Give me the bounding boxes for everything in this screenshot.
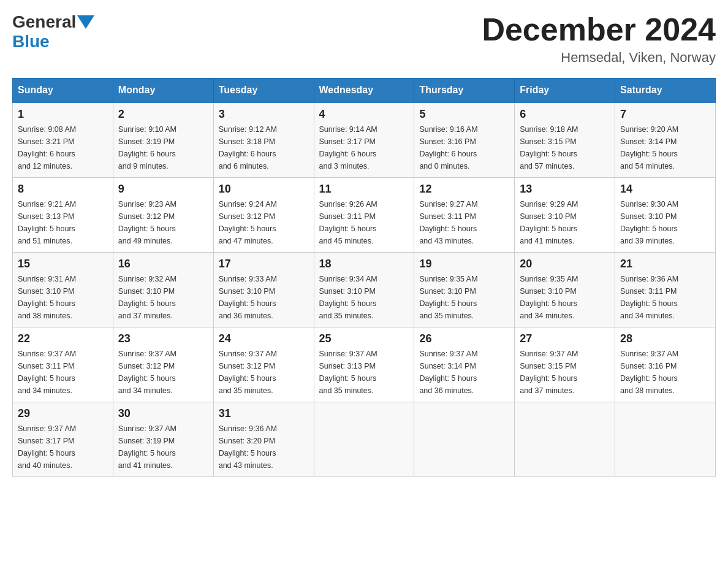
weekday-header-row: SundayMondayTuesdayWednesdayThursdayFrid…	[13, 79, 716, 103]
day-number: 18	[319, 258, 409, 270]
calendar-cell: 26Sunrise: 9:37 AMSunset: 3:14 PMDayligh…	[414, 327, 515, 402]
title-section: December 2024 Hemsedal, Viken, Norway	[482, 12, 716, 66]
day-number: 4	[319, 108, 409, 121]
weekday-header-saturday: Saturday	[615, 79, 716, 103]
day-number: 10	[219, 183, 309, 196]
calendar-cell: 24Sunrise: 9:37 AMSunset: 3:12 PMDayligh…	[213, 327, 314, 402]
calendar-cell: 13Sunrise: 9:29 AMSunset: 3:10 PMDayligh…	[515, 178, 615, 253]
day-info: Sunrise: 9:32 AMSunset: 3:10 PMDaylight:…	[118, 273, 208, 322]
logo: General Blue	[12, 12, 96, 52]
calendar-header: SundayMondayTuesdayWednesdayThursdayFrid…	[13, 79, 716, 103]
day-number: 6	[520, 108, 610, 121]
calendar-week-row: 8Sunrise: 9:21 AMSunset: 3:13 PMDaylight…	[13, 178, 716, 253]
logo-blue-text: Blue	[12, 32, 50, 51]
calendar-cell: 6Sunrise: 9:18 AMSunset: 3:15 PMDaylight…	[515, 102, 615, 178]
calendar-cell: 27Sunrise: 9:37 AMSunset: 3:15 PMDayligh…	[515, 327, 615, 402]
day-number: 20	[520, 258, 610, 270]
day-info: Sunrise: 9:18 AMSunset: 3:15 PMDaylight:…	[520, 123, 610, 172]
logo-general-text: General	[12, 12, 76, 32]
day-number: 7	[620, 108, 710, 121]
calendar-cell: 9Sunrise: 9:23 AMSunset: 3:12 PMDaylight…	[113, 178, 213, 253]
day-number: 30	[118, 407, 208, 420]
calendar-cell: 5Sunrise: 9:16 AMSunset: 3:16 PMDaylight…	[414, 102, 515, 178]
day-number: 19	[419, 258, 509, 270]
calendar-cell: 16Sunrise: 9:32 AMSunset: 3:10 PMDayligh…	[113, 253, 213, 327]
day-number: 29	[18, 407, 108, 420]
day-number: 15	[18, 258, 108, 270]
day-number: 23	[118, 332, 208, 345]
day-info: Sunrise: 9:29 AMSunset: 3:10 PMDaylight:…	[520, 198, 610, 247]
calendar-cell	[414, 402, 515, 477]
calendar-cell: 18Sunrise: 9:34 AMSunset: 3:10 PMDayligh…	[314, 253, 414, 327]
day-number: 31	[219, 407, 309, 420]
calendar-week-row: 1Sunrise: 9:08 AMSunset: 3:21 PMDaylight…	[13, 102, 716, 178]
day-number: 9	[118, 183, 208, 196]
day-info: Sunrise: 9:08 AMSunset: 3:21 PMDaylight:…	[18, 123, 108, 172]
weekday-header-tuesday: Tuesday	[213, 79, 314, 103]
day-number: 3	[219, 108, 309, 121]
day-number: 8	[18, 183, 108, 196]
day-number: 1	[18, 108, 108, 121]
calendar-cell	[615, 402, 716, 477]
day-number: 14	[620, 183, 710, 196]
calendar-cell: 12Sunrise: 9:27 AMSunset: 3:11 PMDayligh…	[414, 178, 515, 253]
day-number: 16	[118, 258, 208, 270]
day-info: Sunrise: 9:36 AMSunset: 3:11 PMDaylight:…	[620, 273, 710, 322]
day-info: Sunrise: 9:14 AMSunset: 3:17 PMDaylight:…	[319, 123, 409, 172]
day-info: Sunrise: 9:36 AMSunset: 3:20 PMDaylight:…	[219, 423, 309, 472]
calendar-cell: 14Sunrise: 9:30 AMSunset: 3:10 PMDayligh…	[615, 178, 716, 253]
day-info: Sunrise: 9:37 AMSunset: 3:17 PMDaylight:…	[18, 423, 108, 472]
calendar-cell: 3Sunrise: 9:12 AMSunset: 3:18 PMDaylight…	[213, 102, 314, 178]
calendar-cell: 7Sunrise: 9:20 AMSunset: 3:14 PMDaylight…	[615, 102, 716, 178]
calendar-week-row: 15Sunrise: 9:31 AMSunset: 3:10 PMDayligh…	[13, 253, 716, 327]
day-info: Sunrise: 9:37 AMSunset: 3:19 PMDaylight:…	[118, 423, 208, 472]
day-info: Sunrise: 9:37 AMSunset: 3:12 PMDaylight:…	[219, 348, 309, 397]
day-number: 13	[520, 183, 610, 196]
day-number: 21	[620, 258, 710, 270]
day-info: Sunrise: 9:37 AMSunset: 3:16 PMDaylight:…	[620, 348, 710, 397]
calendar-cell	[515, 402, 615, 477]
day-info: Sunrise: 9:37 AMSunset: 3:11 PMDaylight:…	[18, 348, 108, 397]
day-info: Sunrise: 9:37 AMSunset: 3:14 PMDaylight:…	[419, 348, 509, 397]
day-info: Sunrise: 9:10 AMSunset: 3:19 PMDaylight:…	[118, 123, 208, 172]
day-info: Sunrise: 9:23 AMSunset: 3:12 PMDaylight:…	[118, 198, 208, 247]
calendar-body: 1Sunrise: 9:08 AMSunset: 3:21 PMDaylight…	[13, 102, 716, 477]
day-info: Sunrise: 9:37 AMSunset: 3:15 PMDaylight:…	[520, 348, 610, 397]
day-number: 12	[419, 183, 509, 196]
weekday-header-thursday: Thursday	[414, 79, 515, 103]
location-subtitle: Hemsedal, Viken, Norway	[482, 50, 716, 66]
day-number: 28	[620, 332, 710, 345]
day-info: Sunrise: 9:31 AMSunset: 3:10 PMDaylight:…	[18, 273, 108, 322]
calendar-cell: 20Sunrise: 9:35 AMSunset: 3:10 PMDayligh…	[515, 253, 615, 327]
calendar-cell: 21Sunrise: 9:36 AMSunset: 3:11 PMDayligh…	[615, 253, 716, 327]
calendar-cell: 31Sunrise: 9:36 AMSunset: 3:20 PMDayligh…	[213, 402, 314, 477]
day-info: Sunrise: 9:12 AMSunset: 3:18 PMDaylight:…	[219, 123, 309, 172]
day-info: Sunrise: 9:37 AMSunset: 3:12 PMDaylight:…	[118, 348, 208, 397]
day-number: 11	[319, 183, 409, 196]
weekday-header-monday: Monday	[113, 79, 213, 103]
calendar-cell: 10Sunrise: 9:24 AMSunset: 3:12 PMDayligh…	[213, 178, 314, 253]
calendar-cell: 15Sunrise: 9:31 AMSunset: 3:10 PMDayligh…	[13, 253, 113, 327]
calendar-cell: 4Sunrise: 9:14 AMSunset: 3:17 PMDaylight…	[314, 102, 414, 178]
day-info: Sunrise: 9:24 AMSunset: 3:12 PMDaylight:…	[219, 198, 309, 247]
day-info: Sunrise: 9:16 AMSunset: 3:16 PMDaylight:…	[419, 123, 509, 172]
day-info: Sunrise: 9:26 AMSunset: 3:11 PMDaylight:…	[319, 198, 409, 247]
weekday-header-sunday: Sunday	[13, 79, 113, 103]
logo-triangle-icon	[77, 15, 94, 29]
day-info: Sunrise: 9:27 AMSunset: 3:11 PMDaylight:…	[419, 198, 509, 247]
calendar-cell: 28Sunrise: 9:37 AMSunset: 3:16 PMDayligh…	[615, 327, 716, 402]
calendar-table: SundayMondayTuesdayWednesdayThursdayFrid…	[12, 78, 716, 477]
calendar-cell: 25Sunrise: 9:37 AMSunset: 3:13 PMDayligh…	[314, 327, 414, 402]
day-info: Sunrise: 9:37 AMSunset: 3:13 PMDaylight:…	[319, 348, 409, 397]
day-info: Sunrise: 9:20 AMSunset: 3:14 PMDaylight:…	[620, 123, 710, 172]
weekday-header-wednesday: Wednesday	[314, 79, 414, 103]
calendar-cell: 29Sunrise: 9:37 AMSunset: 3:17 PMDayligh…	[13, 402, 113, 477]
calendar-cell: 2Sunrise: 9:10 AMSunset: 3:19 PMDaylight…	[113, 102, 213, 178]
day-number: 24	[219, 332, 309, 345]
calendar-cell: 8Sunrise: 9:21 AMSunset: 3:13 PMDaylight…	[13, 178, 113, 253]
day-number: 5	[419, 108, 509, 121]
calendar-cell: 19Sunrise: 9:35 AMSunset: 3:10 PMDayligh…	[414, 253, 515, 327]
day-info: Sunrise: 9:33 AMSunset: 3:10 PMDaylight:…	[219, 273, 309, 322]
calendar-cell: 23Sunrise: 9:37 AMSunset: 3:12 PMDayligh…	[113, 327, 213, 402]
day-number: 27	[520, 332, 610, 345]
